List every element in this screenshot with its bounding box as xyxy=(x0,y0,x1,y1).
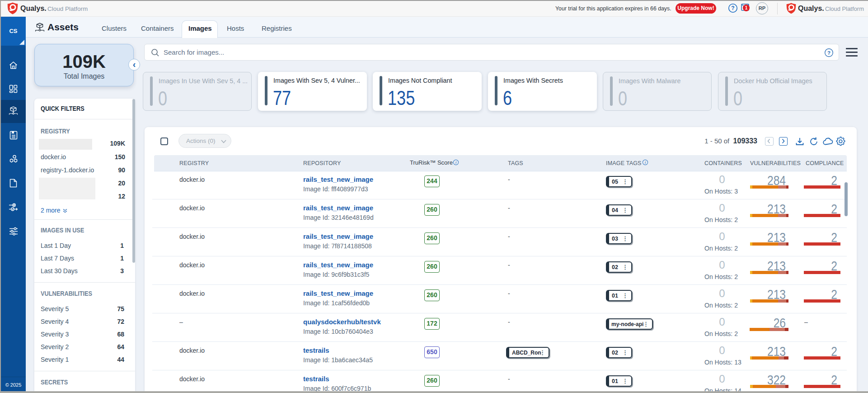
svg-text:i: i xyxy=(645,161,646,165)
svg-text:?: ? xyxy=(731,5,734,11)
svg-text:?: ? xyxy=(827,50,830,56)
svg-text:i: i xyxy=(455,161,457,165)
